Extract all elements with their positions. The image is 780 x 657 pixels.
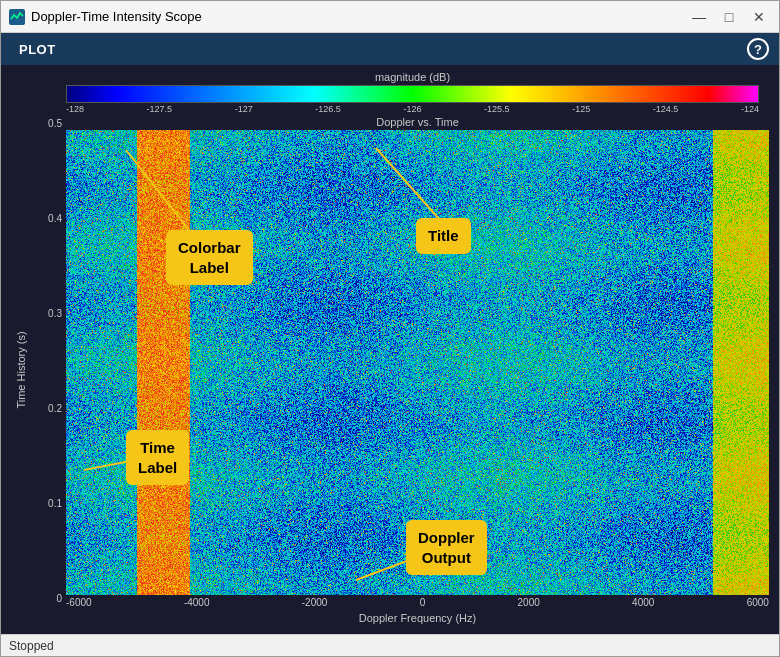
maximize-button[interactable]: □ xyxy=(717,7,741,27)
y-tick-4: 0.1 xyxy=(48,498,62,509)
x-axis-label: Doppler Frequency (Hz) xyxy=(66,612,769,624)
status-bar: Stopped xyxy=(1,634,779,656)
help-button[interactable]: ? xyxy=(747,38,769,60)
x-tick-2: -2000 xyxy=(302,597,328,611)
colorbar-row: magnitude (dB) -128 -127.5 -127 -126.5 -… xyxy=(11,71,769,114)
x-axis-ticks: -6000 -4000 -2000 0 2000 4000 6000 xyxy=(66,595,769,611)
menu-bar: PLOT ? xyxy=(1,33,779,65)
x-tick-4: 2000 xyxy=(518,597,540,611)
status-text: Stopped xyxy=(9,639,54,653)
time-label-annotation: TimeLabel xyxy=(126,430,189,485)
y-tick-3: 0.2 xyxy=(48,403,62,414)
colorbar-tick-7: -124.5 xyxy=(653,104,679,114)
x-tick-3: 0 xyxy=(420,597,426,611)
colorbar-gradient xyxy=(66,85,759,103)
minimize-button[interactable]: — xyxy=(687,7,711,27)
window-title: Doppler-Time Intensity Scope xyxy=(31,9,687,24)
doppler-output-annotation: DopplerOutput xyxy=(406,520,487,575)
window-controls: — □ ✕ xyxy=(687,7,771,27)
colorbar-container: magnitude (dB) -128 -127.5 -127 -126.5 -… xyxy=(66,71,759,114)
y-tick-2: 0.3 xyxy=(48,308,62,319)
colorbar-tick-2: -127 xyxy=(235,104,253,114)
colorbar-tick-8: -124 xyxy=(741,104,759,114)
colorbar-label-annotation: ColorbarLabel xyxy=(166,230,253,285)
colorbar-ticks: -128 -127.5 -127 -126.5 -126 -125.5 -125… xyxy=(66,104,759,114)
plot-area: magnitude (dB) -128 -127.5 -127 -126.5 -… xyxy=(1,65,779,634)
x-tick-1: -4000 xyxy=(184,597,210,611)
menu-item-plot[interactable]: PLOT xyxy=(11,38,64,61)
x-tick-5: 4000 xyxy=(632,597,654,611)
scope-icon xyxy=(9,9,25,25)
colorbar-tick-4: -126 xyxy=(403,104,421,114)
main-window: Doppler-Time Intensity Scope — □ ✕ PLOT … xyxy=(0,0,780,657)
title-bar: Doppler-Time Intensity Scope — □ ✕ xyxy=(1,1,779,33)
x-tick-6: 6000 xyxy=(747,597,769,611)
y-tick-5: 0 xyxy=(56,593,62,604)
chart-and-x: Doppler vs. Time Color xyxy=(66,116,769,624)
y-axis-label-container: Time History (s) xyxy=(11,116,31,624)
colorbar-tick-6: -125 xyxy=(572,104,590,114)
y-tick-0: 0.5 xyxy=(48,118,62,129)
chart-title: Doppler vs. Time xyxy=(66,116,769,128)
plot-main: Time History (s) 0.5 0.4 0.3 0.2 0.1 0 D… xyxy=(11,116,769,624)
y-axis-ticks: 0.5 0.4 0.3 0.2 0.1 0 xyxy=(31,116,66,624)
x-tick-0: -6000 xyxy=(66,597,92,611)
heatmap-container: ColorbarLabel Title TimeLabel DopplerOut… xyxy=(66,130,769,595)
colorbar-label: magnitude (dB) xyxy=(375,71,450,83)
colorbar-tick-5: -125.5 xyxy=(484,104,510,114)
colorbar-tick-0: -128 xyxy=(66,104,84,114)
colorbar-tick-1: -127.5 xyxy=(147,104,173,114)
close-button[interactable]: ✕ xyxy=(747,7,771,27)
y-tick-1: 0.4 xyxy=(48,213,62,224)
colorbar-tick-3: -126.5 xyxy=(315,104,341,114)
y-axis-label: Time History (s) xyxy=(15,331,27,408)
title-annotation: Title xyxy=(416,218,471,254)
